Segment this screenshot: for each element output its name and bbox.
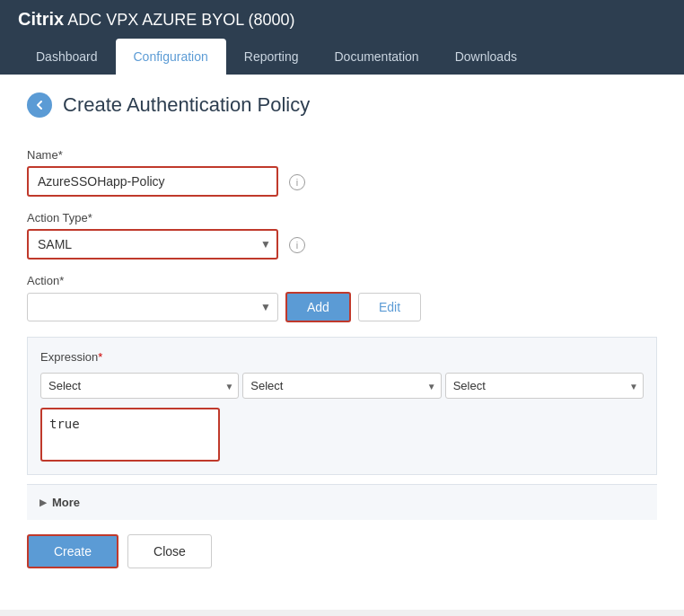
action-select-wrapper: ▼ (27, 293, 278, 321)
expression-select3[interactable]: Select (445, 373, 644, 399)
expression-select3-wrapper: Select ▼ (445, 373, 644, 399)
page-content: Create Authentication Policy Name* i Act… (0, 75, 684, 610)
expression-dropdowns: Select ▼ Select ▼ Select ▼ (40, 373, 644, 399)
edit-button[interactable]: Edit (358, 293, 421, 321)
main-nav: Dashboard Configuration Reporting Docume… (0, 39, 684, 75)
more-toggle[interactable]: ▶ More (27, 485, 657, 520)
create-button[interactable]: Create (27, 534, 118, 568)
page-title: Create Authentication Policy (63, 93, 310, 117)
app-header: Citrix ADC VPX AZURE BYOL (8000) (0, 0, 684, 39)
page-title-row: Create Authentication Policy (27, 92, 657, 118)
action-select[interactable] (27, 293, 278, 321)
name-group: Name* i (27, 148, 657, 197)
expression-textarea[interactable]: true (40, 408, 220, 462)
nav-dashboard[interactable]: Dashboard (18, 39, 116, 75)
more-chevron-icon: ▶ (39, 497, 47, 507)
action-type-group: Action Type* SAML LDAP RADIUS Certificat… (27, 211, 657, 260)
nav-downloads[interactable]: Downloads (437, 39, 535, 75)
expression-select2[interactable]: Select (242, 373, 441, 399)
expression-select2-wrapper: Select ▼ (242, 373, 441, 399)
expression-select1-wrapper: Select ▼ (40, 373, 239, 399)
action-type-select-wrapper: SAML LDAP RADIUS Certificate ▼ (27, 229, 278, 260)
name-input[interactable] (27, 166, 278, 197)
expression-label: Expression* (40, 350, 644, 364)
close-button[interactable]: Close (127, 534, 212, 568)
action-type-label: Action Type* (27, 211, 657, 224)
action-type-info-icon[interactable]: i (289, 237, 305, 253)
action-group: Action* ▼ Add Edit (27, 274, 657, 322)
nav-reporting[interactable]: Reporting (226, 39, 317, 75)
action-row: ▼ Add Edit (27, 292, 657, 322)
add-button[interactable]: Add (285, 292, 351, 322)
action-label: Action* (27, 274, 657, 287)
more-section: ▶ More (27, 484, 657, 520)
name-label: Name* (27, 148, 657, 162)
app-subtitle: ADC VPX AZURE BYOL (8000) (64, 11, 294, 29)
more-label: More (52, 496, 80, 509)
name-info-icon[interactable]: i (289, 174, 305, 190)
form-section: Name* i Action Type* SAML LDAP RADIUS Ce… (27, 139, 657, 592)
nav-documentation[interactable]: Documentation (316, 39, 436, 75)
back-button[interactable] (27, 92, 52, 118)
brand-name: Citrix (18, 9, 64, 29)
app-title: Citrix ADC VPX AZURE BYOL (8000) (18, 9, 295, 30)
expression-section: Expression* Select ▼ Select ▼ (27, 337, 657, 475)
action-type-select[interactable]: SAML LDAP RADIUS Certificate (27, 229, 278, 260)
form-buttons: Create Close (27, 520, 657, 583)
expression-select1[interactable]: Select (40, 373, 239, 399)
nav-configuration[interactable]: Configuration (116, 39, 226, 75)
back-arrow-icon (34, 100, 45, 110)
